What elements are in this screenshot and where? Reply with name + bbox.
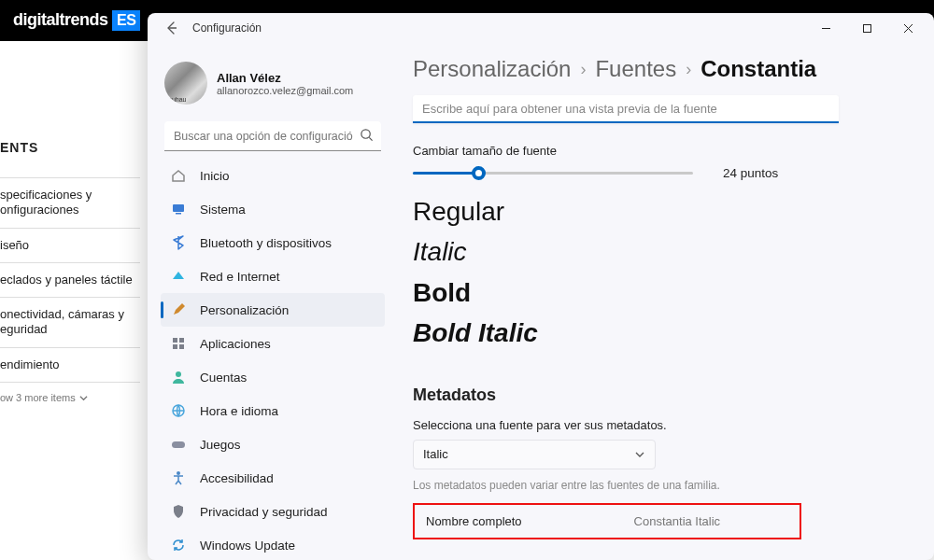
sidebar-item-label: Aplicaciones bbox=[200, 337, 271, 351]
chevron-down-icon bbox=[634, 449, 645, 460]
sidebar-item-game[interactable]: Juegos bbox=[161, 427, 385, 461]
profile-email: allanorozco.velez@gmail.com bbox=[217, 85, 353, 96]
bg-aside-item[interactable]: endimiento bbox=[0, 347, 140, 382]
wifi-icon bbox=[170, 268, 187, 285]
svg-point-8 bbox=[176, 371, 181, 377]
sidebar-item-label: Personalización bbox=[200, 303, 289, 317]
metadata-face-select[interactable]: Italic bbox=[413, 440, 656, 469]
search-box[interactable] bbox=[164, 121, 381, 151]
minimize-icon bbox=[821, 23, 831, 34]
bg-more-link[interactable]: ow 3 more items bbox=[0, 382, 140, 414]
bg-more-text: ow 3 more items bbox=[0, 392, 76, 405]
sidebar-item-label: Accesibilidad bbox=[200, 471, 274, 485]
sidebar-item-label: Cuentas bbox=[200, 371, 247, 385]
slider-fill bbox=[413, 172, 474, 175]
chevron-right-icon: › bbox=[580, 60, 586, 79]
back-button[interactable] bbox=[161, 17, 183, 39]
metadata-fullname-row: Nombre completo Constantia Italic bbox=[413, 503, 801, 539]
sidebar-item-globe[interactable]: Hora e idioma bbox=[161, 394, 385, 427]
font-size-label: Cambiar tamaño de fuente bbox=[413, 144, 910, 158]
window-title: Configuración bbox=[192, 21, 262, 35]
font-size-value: 24 puntos bbox=[723, 166, 778, 180]
sidebar-item-label: Windows Update bbox=[200, 539, 295, 553]
sidebar-item-label: Hora e idioma bbox=[200, 404, 278, 418]
sidebar-nav: InicioSistemaBluetooth y dispositivosRed… bbox=[161, 159, 385, 560]
svg-rect-5 bbox=[179, 338, 184, 343]
bluetooth-icon bbox=[170, 234, 187, 251]
sidebar-item-person[interactable]: Cuentas bbox=[161, 360, 385, 394]
svg-rect-4 bbox=[173, 338, 177, 343]
svg-rect-3 bbox=[176, 213, 181, 215]
select-value: Italic bbox=[423, 447, 448, 461]
svg-rect-6 bbox=[173, 344, 177, 349]
bg-logo-text: digitaltrends bbox=[13, 10, 108, 29]
sample-bold-italic: Bold Italic bbox=[413, 313, 910, 353]
breadcrumb-fonts[interactable]: Fuentes bbox=[595, 56, 676, 82]
sidebar-item-label: Bluetooth y dispositivos bbox=[200, 236, 332, 250]
main-content: Personalización › Fuentes › Constantia C… bbox=[389, 43, 934, 560]
sidebar-item-apps[interactable]: Aplicaciones bbox=[161, 327, 385, 360]
sidebar-item-system[interactable]: Sistema bbox=[161, 192, 385, 226]
bg-logo-badge: ES bbox=[112, 10, 140, 31]
metadata-note: Los metadatos pueden variar entre las fu… bbox=[413, 479, 910, 492]
update-icon bbox=[170, 537, 187, 553]
sidebar: Allan Vélez allanorozco.velez@gmail.com … bbox=[148, 43, 389, 560]
profile-name: Allan Vélez bbox=[217, 71, 353, 85]
sidebar-item-update[interactable]: Windows Update bbox=[161, 528, 385, 560]
sidebar-item-wifi[interactable]: Red e Internet bbox=[161, 259, 385, 293]
font-size-slider[interactable] bbox=[413, 163, 693, 182]
svg-rect-0 bbox=[863, 24, 870, 32]
sidebar-item-bluetooth[interactable]: Bluetooth y dispositivos bbox=[161, 226, 385, 259]
settings-window: Configuración Allan Vélez allanorozco.ve… bbox=[148, 13, 934, 560]
sidebar-item-label: Inicio bbox=[200, 169, 230, 183]
close-button[interactable] bbox=[887, 13, 928, 43]
svg-rect-2 bbox=[173, 204, 184, 212]
metadata-value: Constantia Italic bbox=[634, 514, 721, 528]
avatar bbox=[164, 62, 207, 105]
sidebar-item-access[interactable]: Accesibilidad bbox=[161, 461, 385, 495]
sidebar-item-label: Sistema bbox=[200, 203, 246, 217]
bg-aside-item[interactable]: eclados y paneles táctile bbox=[0, 262, 140, 297]
sidebar-item-shield[interactable]: Privacidad y seguridad bbox=[161, 495, 385, 528]
bg-aside-item[interactable]: specificaciones y onfiguraciones bbox=[0, 177, 140, 228]
sidebar-item-label: Privacidad y seguridad bbox=[200, 505, 328, 519]
breadcrumb-current: Constantia bbox=[700, 56, 816, 82]
system-icon bbox=[170, 201, 187, 217]
maximize-icon bbox=[862, 23, 872, 34]
apps-icon bbox=[170, 335, 187, 352]
metadata-heading: Metadatos bbox=[413, 385, 910, 405]
access-icon bbox=[170, 469, 187, 486]
bg-aside-item[interactable]: onectividad, cámaras y eguridad bbox=[0, 297, 140, 347]
minimize-button[interactable] bbox=[805, 13, 846, 43]
globe-icon bbox=[170, 402, 187, 419]
search-icon bbox=[360, 128, 374, 142]
metadata-prompt: Selecciona una fuente para ver sus metad… bbox=[413, 418, 910, 432]
sidebar-item-label: Red e Internet bbox=[200, 270, 280, 284]
titlebar: Configuración bbox=[148, 13, 934, 43]
breadcrumb: Personalización › Fuentes › Constantia bbox=[413, 56, 910, 82]
font-style-samples: Regular Italic Bold Bold Italic bbox=[413, 191, 910, 354]
profile-block[interactable]: Allan Vélez allanorozco.velez@gmail.com bbox=[161, 52, 385, 121]
sample-bold: Bold bbox=[413, 273, 910, 313]
search-input[interactable] bbox=[164, 121, 381, 151]
chevron-right-icon: › bbox=[686, 60, 691, 79]
bg-aside-header: ENTS bbox=[0, 134, 140, 177]
bg-aside: ENTS specificaciones y onfiguraciones is… bbox=[0, 134, 140, 414]
svg-point-1 bbox=[361, 130, 370, 138]
shield-icon bbox=[170, 503, 187, 520]
brush-icon bbox=[170, 301, 187, 318]
arrow-left-icon bbox=[164, 21, 179, 35]
sidebar-item-home[interactable]: Inicio bbox=[161, 159, 385, 192]
maximize-button[interactable] bbox=[846, 13, 887, 43]
close-icon bbox=[903, 23, 913, 34]
metadata-key: Nombre completo bbox=[426, 514, 522, 528]
person-icon bbox=[170, 369, 187, 385]
sidebar-item-brush[interactable]: Personalización bbox=[161, 293, 385, 327]
slider-thumb[interactable] bbox=[472, 166, 486, 180]
bg-aside-item[interactable]: iseño bbox=[0, 228, 140, 262]
breadcrumb-personalization[interactable]: Personalización bbox=[413, 56, 571, 82]
font-preview-input[interactable] bbox=[413, 95, 839, 123]
svg-rect-7 bbox=[179, 344, 184, 349]
sample-regular: Regular bbox=[413, 191, 910, 231]
chevron-down-icon bbox=[79, 394, 88, 402]
